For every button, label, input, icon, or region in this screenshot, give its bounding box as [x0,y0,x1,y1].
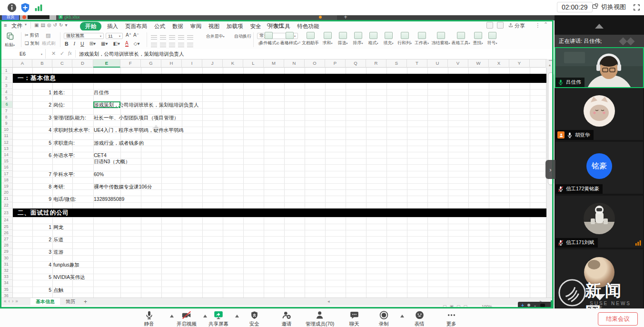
row-header-9[interactable]: 9 [0,120,13,127]
col-header-F[interactable]: F [120,59,141,68]
efficiency-icon[interactable] [497,22,504,29]
col-header-S[interactable]: S [386,59,407,68]
col-header-A[interactable]: A [13,59,32,68]
sheet-row-31[interactable]: 4funplus趣加 [0,262,546,268]
annotation-toolbar[interactable]: + ⌄ [518,302,552,308]
row-header-16[interactable]: 16 [0,164,13,170]
col-header-Y[interactable]: Y [509,59,530,68]
menu-8[interactable]: 安全 [250,23,261,30]
signal-bars-icon[interactable] [33,2,44,13]
formula-content[interactable]: 游戏策划，公司培训班班长，策划组培训负责人 [79,51,184,58]
col-header-B[interactable]: B [32,59,52,68]
row-header-3[interactable]: 3 [0,83,13,89]
split-handle[interactable] [549,60,553,61]
sheet-row-19[interactable]: 8考研:裸考中传数媒专业课106分 [0,184,546,190]
collapse-panel-icon[interactable] [595,24,604,29]
clear-format-button[interactable]: ◇▾ [134,41,140,46]
sheet-row-15[interactable]: 日语N3（大概） [0,159,546,165]
collab-icon[interactable] [486,22,493,29]
row-header-1[interactable]: 1 [0,68,13,74]
col-header-N[interactable]: N [284,59,305,68]
menu-5[interactable]: 审阅 [190,23,201,30]
sheet-row-14[interactable]: 6外语水平:CET4 [0,152,546,159]
hamburger-icon[interactable]: ≡ [4,22,7,28]
wrap-text-button[interactable]: 自动换行 [231,32,254,40]
col-header-D[interactable]: D [72,59,93,68]
participant-tile-3[interactable]: 信工171刘斌 [555,196,643,248]
menu-0[interactable]: 开始 [80,22,101,31]
vscroll-up-icon[interactable]: ▴ [549,63,551,67]
toolbar-shield-button[interactable]: 安全 [249,310,259,327]
row-header-5[interactable]: 5 [0,95,13,101]
participant-tile-0[interactable]: 吕佳伟 [555,47,644,88]
row-header-24[interactable]: 24 [0,217,13,223]
dropdown-caret-icon[interactable] [235,315,239,317]
toolbar-members-button[interactable]: 管理成员(70) [306,310,335,327]
align-bottom-group[interactable] [149,41,195,50]
sheet-row-4[interactable]: 1姓名:吕佳伟 [0,89,546,96]
dropdown-caret-icon[interactable] [203,315,207,317]
cut-button[interactable]: ✂ 剪切 [25,32,39,39]
font-name-select[interactable]: 微软雅黑▾ [64,33,104,39]
col-header-M[interactable]: M [264,59,284,68]
row-header-7[interactable]: 7 [0,108,13,114]
sheet-row-25[interactable]: 1网龙 [0,224,546,230]
participant-tile-1[interactable]: 胡亚华 [555,88,643,140]
ribbon-符号[interactable]: 符号▾ [481,32,504,46]
toolbar-record-button[interactable]: 录制 [379,310,389,327]
scroll-down-icon[interactable] [594,294,605,300]
toolbar-screen-share-button[interactable]: 共享屏幕 [208,310,228,327]
sidebar-expand-handle[interactable]: › [545,160,555,179]
toolbar-emoji-button[interactable]: 表情 [415,310,425,327]
collapse-ribbon-icon[interactable]: ⌃ [544,21,548,28]
info-icon[interactable] [7,2,17,13]
ribbon-表格样式[interactable]: 表格样式▾ [278,32,301,46]
sheet-row-21[interactable]: 9电话/微信:13289385089 [0,196,546,202]
row-header-36[interactable]: 36 [0,293,13,297]
sheet-row-33[interactable]: 5NVIDIA英伟达 [0,274,546,280]
font-color-button[interactable]: A [125,40,129,47]
quick-access-icons[interactable]: ▣▤◎↺↻▾ [34,22,69,28]
toolbar-camera-off-button[interactable]: 开启视频 [177,310,197,327]
col-header-O[interactable]: O [305,59,325,68]
menu-7[interactable]: 加载项 [227,23,243,30]
dropdown-caret-icon[interactable] [400,315,404,317]
col-header-V[interactable]: V [448,59,468,68]
borders-button[interactable]: ⊞▾ [89,41,96,46]
toolbar-more-button[interactable]: 更多 [446,310,456,327]
col-header-C[interactable]: C [52,59,72,68]
ribbon-冻结窗格[interactable]: 冻结窗格▾ [429,32,452,46]
row-header-20[interactable]: 20 [0,189,13,196]
sheet-row-35[interactable]: 5点触 [0,287,546,293]
menu-2[interactable]: 页面布局 [125,23,147,30]
col-header-G[interactable]: G [141,59,161,68]
row-header-32[interactable]: 32 [0,268,13,274]
cancel-entry-icon[interactable]: ✕ [51,50,56,57]
fullscreen-icon[interactable] [633,4,640,11]
switch-view-button[interactable]: 切换视图 [592,3,626,11]
col-header-K[interactable]: K [223,59,243,68]
font-size-select[interactable]: 11▾ [106,33,123,39]
sheet-nav-buttons[interactable]: «‹›» [4,298,20,304]
col-header-R[interactable]: R [366,59,386,68]
annotate-misc-icon[interactable]: ⌄ [534,303,537,307]
shrink-font-button[interactable]: A⁻ [133,32,139,38]
toolbar-invite-button[interactable]: 邀请 [281,310,292,327]
participant-tile-2[interactable]: 铭豪信工172黄铭豪 [555,142,643,194]
annotate-crosshair-icon[interactable]: + [521,303,524,308]
copy-button[interactable]: ❏ 复制 [25,40,39,47]
fx-icon[interactable]: fx [68,50,72,56]
menu-6[interactable]: 视图 [208,23,219,30]
share-button[interactable]: 分享 [508,22,525,30]
row-header-11[interactable]: 11 [0,133,13,139]
sheet-row-27[interactable]: 2乐道 [0,237,546,243]
confirm-entry-icon[interactable]: ✓ [60,50,64,57]
paste-button[interactable]: 粘贴▾ [5,32,15,48]
sheet-row-29[interactable]: 3逗游 [0,249,546,255]
col-header-L[interactable]: L [243,59,264,68]
name-box-caret-icon[interactable]: ▾ [41,52,42,56]
file-caret-icon[interactable]: ▾ [25,22,27,27]
sheet-row-6[interactable]: 2岗位:游戏策划，公司培训班班长，策划组培训负责人 [0,102,546,108]
format-painter-icon[interactable]: ▨ [46,32,50,39]
bold-button[interactable]: B [65,41,69,47]
